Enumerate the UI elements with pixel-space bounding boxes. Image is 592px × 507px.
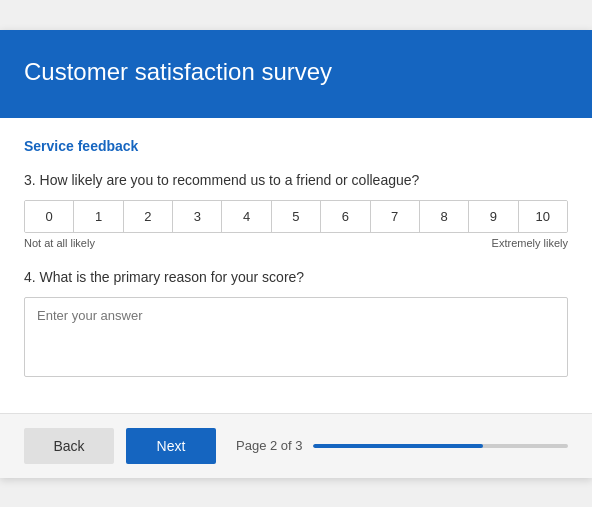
rating-cell-10[interactable]: 10 — [519, 201, 567, 232]
rating-low-label: Not at all likely — [24, 237, 95, 249]
page-indicator-text: Page 2 of 3 — [236, 438, 303, 453]
progress-bar-fill — [313, 444, 483, 448]
progress-bar-track — [313, 444, 569, 448]
rating-scale: 0 1 2 3 4 5 6 7 8 9 10 — [24, 200, 568, 233]
next-button[interactable]: Next — [126, 428, 216, 464]
question-3-section: 3. How likely are you to recommend us to… — [24, 172, 568, 249]
rating-cell-8[interactable]: 8 — [420, 201, 469, 232]
survey-container: Customer satisfaction survey Service fee… — [0, 30, 592, 478]
rating-cell-7[interactable]: 7 — [371, 201, 420, 232]
rating-cell-0[interactable]: 0 — [25, 201, 74, 232]
survey-title: Customer satisfaction survey — [24, 58, 568, 86]
rating-labels: Not at all likely Extremely likely — [24, 237, 568, 249]
rating-high-label: Extremely likely — [492, 237, 568, 249]
rating-cell-1[interactable]: 1 — [74, 201, 123, 232]
answer-textarea[interactable] — [24, 297, 568, 377]
rating-cell-6[interactable]: 6 — [321, 201, 370, 232]
survey-header: Customer satisfaction survey — [0, 30, 592, 118]
section-title: Service feedback — [24, 138, 568, 154]
survey-body: Service feedback 3. How likely are you t… — [0, 118, 592, 413]
survey-footer: Back Next Page 2 of 3 — [0, 413, 592, 478]
page-indicator: Page 2 of 3 — [236, 438, 568, 453]
question-4-section: 4. What is the primary reason for your s… — [24, 269, 568, 381]
rating-cell-9[interactable]: 9 — [469, 201, 518, 232]
rating-cell-5[interactable]: 5 — [272, 201, 321, 232]
rating-cell-4[interactable]: 4 — [222, 201, 271, 232]
back-button[interactable]: Back — [24, 428, 114, 464]
question-4-label: 4. What is the primary reason for your s… — [24, 269, 568, 285]
question-3-label: 3. How likely are you to recommend us to… — [24, 172, 568, 188]
rating-cell-2[interactable]: 2 — [124, 201, 173, 232]
rating-cell-3[interactable]: 3 — [173, 201, 222, 232]
